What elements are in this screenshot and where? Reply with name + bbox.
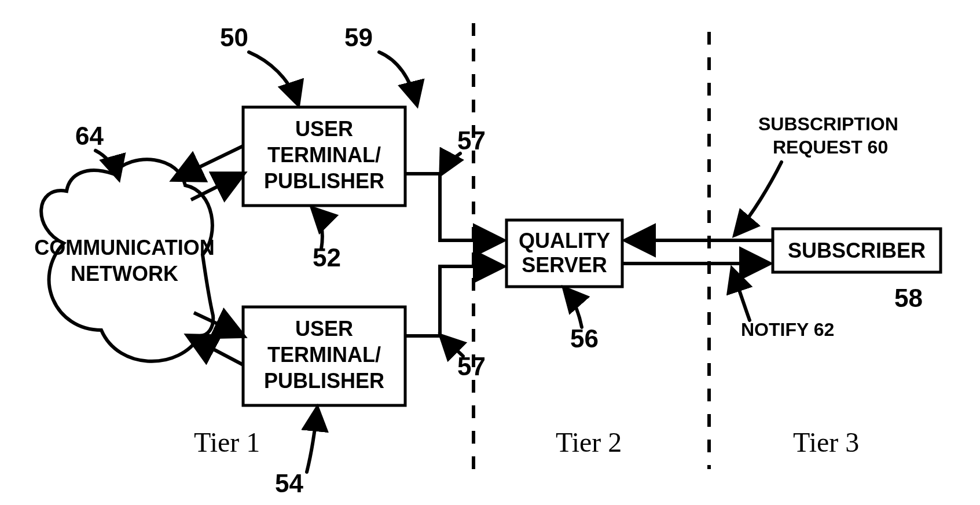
tier-3-label: Tier 3 — [793, 427, 859, 458]
ptr-56 — [564, 288, 582, 327]
ref-57b: 57 — [457, 352, 486, 380]
ref-56: 56 — [570, 324, 599, 353]
terminal-b-l3: PUBLISHER — [264, 369, 384, 393]
terminal-a-l1: USER — [295, 117, 353, 141]
ptr-57a — [441, 153, 460, 174]
ptr-59 — [379, 52, 417, 104]
diagram-root: COMMUNICATION NETWORK USER TERMINAL/ PUB… — [0, 0, 980, 505]
quality-l2: SERVER — [522, 253, 607, 277]
ptr-50 — [249, 52, 298, 104]
label-subscription-2: REQUEST 60 — [773, 137, 888, 158]
ptr-64 — [96, 151, 119, 178]
ref-50: 50 — [220, 23, 248, 52]
label-notify: NOTIFY 62 — [741, 319, 834, 340]
ptr-subscription — [735, 162, 781, 235]
arrow-termA-to-net — [174, 146, 243, 180]
arrow-net-to-termA — [191, 174, 243, 200]
quality-l1: QUALITY — [519, 229, 610, 253]
ref-59: 59 — [344, 23, 373, 52]
network-label-2: NETWORK — [71, 262, 178, 286]
network-label-1: COMMUNICATION — [34, 236, 214, 259]
ref-58: 58 — [894, 284, 923, 312]
ref-57a: 57 — [457, 126, 486, 155]
terminal-b-l1: USER — [295, 317, 353, 341]
label-subscription-1: SUBSCRIPTION — [758, 114, 898, 134]
network-cloud — [41, 159, 213, 361]
tier-2-label: Tier 2 — [556, 427, 622, 458]
arrow-termB-to-quality — [405, 266, 502, 336]
ptr-54 — [307, 408, 317, 472]
arrow-net-to-termB — [194, 313, 243, 336]
terminal-a-l2: TERMINAL/ — [267, 143, 381, 167]
tier-1-label: Tier 1 — [194, 427, 260, 458]
terminal-b-l2: TERMINAL/ — [267, 343, 381, 367]
terminal-a-l3: PUBLISHER — [264, 169, 384, 193]
arrow-termB-to-net — [188, 336, 243, 365]
ref-64: 64 — [75, 122, 104, 150]
ref-54: 54 — [275, 469, 303, 497]
subscriber-l1: SUBSCRIBER — [788, 239, 926, 262]
ptr-notify — [732, 269, 750, 320]
arrow-termA-to-quality — [405, 174, 502, 240]
ref-52: 52 — [313, 243, 341, 272]
